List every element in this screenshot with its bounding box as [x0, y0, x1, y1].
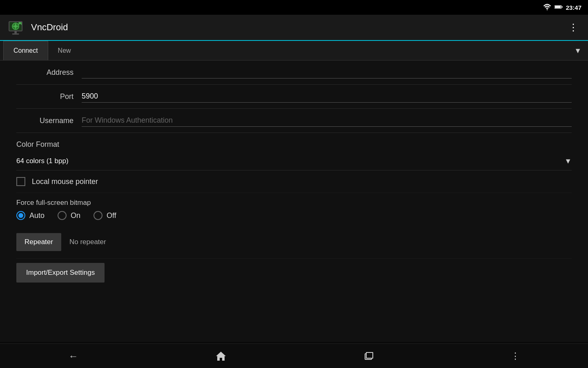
radio-auto[interactable]: Auto	[16, 211, 45, 220]
address-input[interactable]	[82, 66, 572, 79]
tab-connect[interactable]: Connect	[3, 41, 48, 60]
bottom-nav: ← ⋮	[0, 343, 588, 368]
import-export-button[interactable]: Import/Export Settings	[16, 263, 105, 283]
force-fullscreen-label: Force full-screen bitmap	[16, 193, 572, 211]
repeater-row: Repeater No repeater	[16, 226, 572, 259]
overflow-menu-icon[interactable]: ⋮	[565, 18, 581, 36]
radio-auto-circle	[16, 211, 25, 220]
username-label: Username	[16, 117, 82, 125]
tab-new[interactable]: New	[48, 41, 81, 60]
tab-dropdown-arrow: ▼	[574, 46, 581, 55]
app-logo	[7, 18, 26, 37]
repeater-value: No repeater	[69, 238, 106, 246]
color-format-value: 64 colors (1 bpp)	[16, 157, 572, 165]
radio-group: Auto On Off	[16, 211, 572, 226]
color-format-arrow: ▼	[564, 157, 572, 166]
local-mouse-pointer-checkbox[interactable]	[16, 177, 25, 186]
recents-button[interactable]	[355, 348, 382, 365]
username-input[interactable]	[82, 114, 572, 127]
radio-off-circle	[94, 211, 102, 220]
app-bar: VncDroid ⋮	[0, 15, 588, 41]
svg-rect-8	[12, 34, 19, 35]
main-content: Address Port 5900 Username Color Format …	[0, 61, 588, 342]
port-label: Port	[16, 92, 82, 101]
address-label: Address	[16, 68, 82, 77]
app-title: VncDroid	[31, 22, 565, 33]
color-format-section-header: Color Format	[16, 133, 572, 152]
battery-icon	[555, 4, 563, 11]
wifi-icon	[543, 4, 551, 11]
svg-rect-2	[555, 6, 561, 8]
status-bar: 23:47	[0, 0, 588, 15]
bottom-overflow-icon[interactable]: ⋮	[503, 348, 528, 365]
status-icons: 23:47	[543, 4, 581, 11]
port-value[interactable]: 5900	[82, 90, 572, 103]
radio-on[interactable]: On	[58, 211, 80, 220]
svg-point-0	[546, 9, 548, 10]
radio-off[interactable]: Off	[94, 211, 116, 220]
radio-auto-label: Auto	[29, 211, 45, 220]
back-button[interactable]: ←	[60, 347, 87, 365]
radio-on-circle	[58, 211, 67, 220]
username-row: Username	[16, 109, 572, 133]
port-row: Port 5900	[16, 85, 572, 109]
svg-rect-3	[561, 6, 562, 8]
svg-rect-10	[366, 352, 373, 358]
radio-off-label: Off	[107, 211, 116, 220]
color-format-dropdown[interactable]: 64 colors (1 bpp) ▼	[16, 152, 572, 171]
local-mouse-pointer-row: Local mouse pointer	[16, 171, 572, 193]
repeater-button[interactable]: Repeater	[16, 233, 61, 251]
svg-rect-7	[14, 31, 17, 34]
home-button[interactable]	[207, 348, 235, 365]
local-mouse-pointer-label: Local mouse pointer	[32, 177, 98, 186]
radio-on-label: On	[71, 211, 80, 220]
address-row: Address	[16, 61, 572, 85]
tabs-container: Connect New ▼	[0, 41, 588, 61]
status-time: 23:47	[566, 4, 581, 11]
